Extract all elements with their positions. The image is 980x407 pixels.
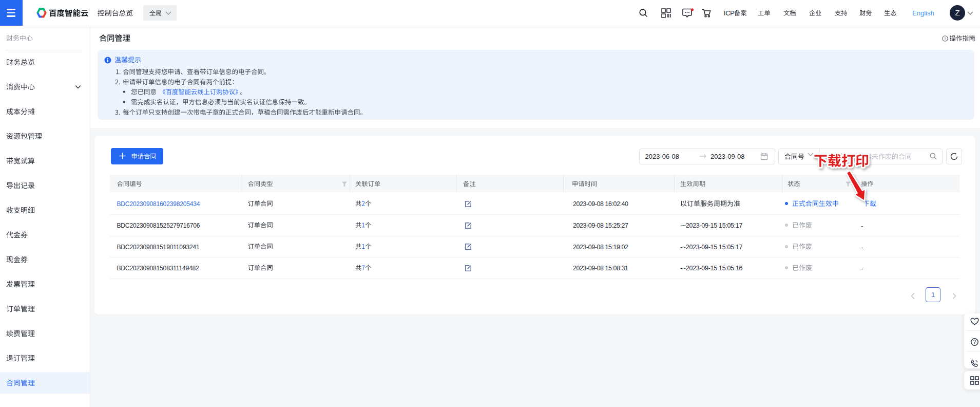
svg-text:?: ? [973,339,976,345]
svg-text:?: ? [944,36,947,41]
